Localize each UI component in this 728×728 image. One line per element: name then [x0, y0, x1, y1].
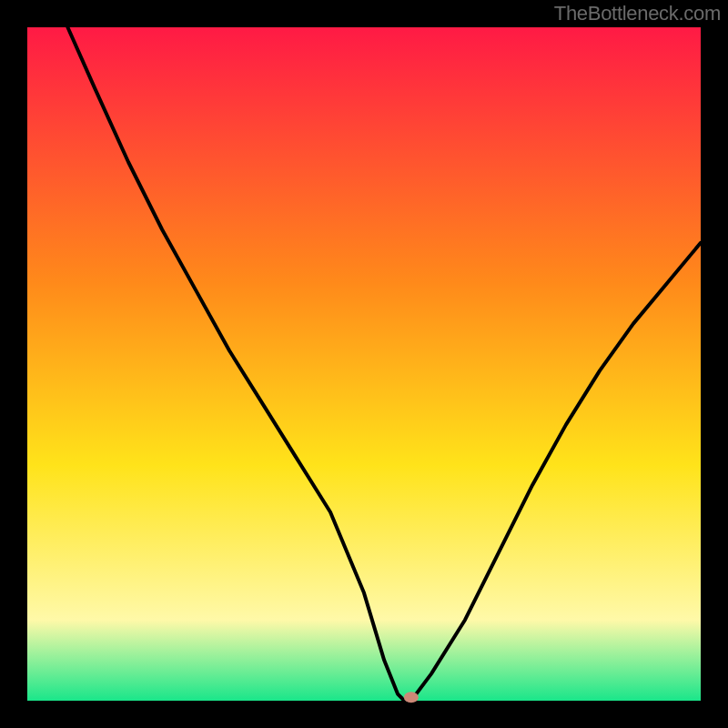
optimal-point-marker [404, 692, 419, 703]
plot-background [27, 27, 701, 701]
chart-svg [0, 0, 728, 728]
bottleneck-chart: TheBottleneck.com [0, 0, 728, 728]
watermark-text: TheBottleneck.com [554, 2, 721, 25]
